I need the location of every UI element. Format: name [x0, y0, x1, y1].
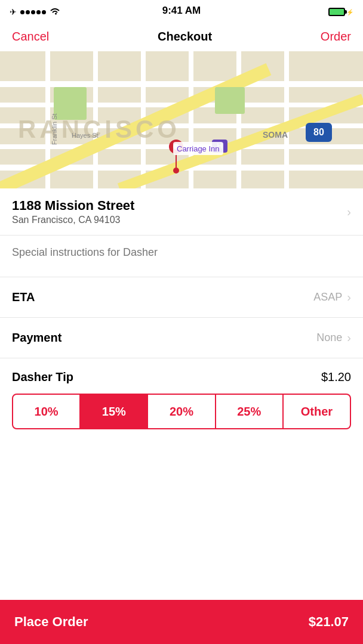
eta-value-container: ASAP › [313, 290, 351, 304]
payment-value-container: None › [316, 331, 351, 345]
signal-dots [20, 10, 46, 14]
address-row[interactable]: 1188 Mission Street San Francisco, CA 94… [0, 188, 363, 236]
tip-other-button[interactable]: Other [284, 394, 351, 429]
tip-buttons-container: 10% 15% 20% 25% Other [0, 394, 363, 429]
tip-label: Dasher Tip [12, 370, 73, 384]
payment-value: None [316, 332, 342, 344]
page-title: Checkout [158, 30, 212, 44]
status-right: ⚡ [328, 8, 353, 16]
svg-text:80: 80 [313, 127, 324, 137]
status-bar: ✈ 9:41 AM ⚡ [0, 0, 363, 21]
payment-row[interactable]: Payment None › [0, 318, 363, 358]
tip-amount: $1.20 [321, 370, 351, 384]
map-carriage-inn-label: Carriage Inn [177, 144, 220, 153]
svg-text:SOMA: SOMA [263, 130, 288, 140]
address-text: 1188 Mission Street San Francisco, CA 94… [12, 198, 134, 225]
battery-bolt-icon: ⚡ [346, 9, 353, 16]
tip-10-button[interactable]: 10% [12, 394, 81, 429]
place-order-label: Place Order [14, 614, 88, 630]
eta-value: ASAP [313, 291, 342, 304]
airplane-icon: ✈ [10, 7, 17, 17]
nav-bar: Cancel Checkout Order [0, 21, 363, 51]
tip-15-button[interactable]: 15% [81, 394, 148, 429]
status-left: ✈ [10, 7, 60, 17]
payment-chevron-icon: › [347, 331, 351, 345]
payment-label: Payment [12, 331, 61, 345]
map-area: RANCISCO Franklin St Hayes St SOMA 80 Ca… [0, 51, 363, 188]
svg-rect-15 [215, 87, 245, 114]
tip-20-button[interactable]: 20% [148, 394, 216, 429]
tip-25-button[interactable]: 25% [216, 394, 284, 429]
svg-text:RANCISCO: RANCISCO [18, 115, 180, 143]
special-instructions-row[interactable] [0, 236, 363, 277]
dasher-tip-row: Dasher Tip $1.20 [0, 358, 363, 394]
order-button[interactable]: Order [321, 30, 351, 44]
svg-text:Hayes St: Hayes St [72, 132, 99, 139]
status-time: 9:41 AM [162, 5, 201, 17]
place-order-bar[interactable]: Place Order $21.07 [0, 600, 363, 644]
eta-label: ETA [12, 290, 35, 304]
svg-text:Franklin St: Franklin St [51, 113, 58, 145]
address-main: 1188 Mission Street [12, 198, 134, 213]
special-instructions-input[interactable] [12, 246, 351, 259]
battery-container: ⚡ [328, 8, 353, 16]
cancel-button[interactable]: Cancel [12, 30, 49, 44]
svg-point-22 [173, 168, 179, 174]
eta-row[interactable]: ETA ASAP › [0, 277, 363, 318]
address-sub: San Francisco, CA 94103 [12, 215, 134, 225]
address-chevron-icon: › [347, 205, 351, 219]
eta-chevron-icon: › [347, 290, 351, 304]
place-order-price: $21.07 [309, 614, 349, 630]
wifi-icon [50, 7, 60, 17]
battery-icon [328, 8, 345, 16]
